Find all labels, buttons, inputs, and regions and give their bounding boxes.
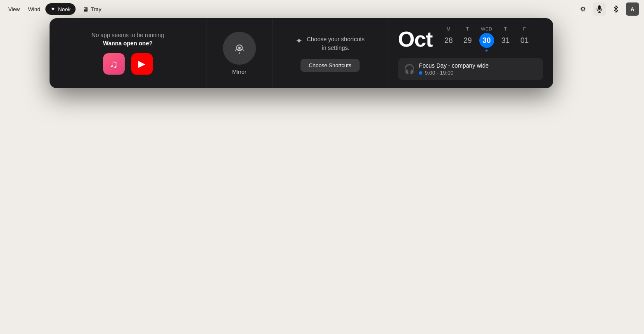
event-time: 9:00 - 19:00 — [425, 70, 453, 76]
shortcuts-text: Choose your shortcuts in settings. — [307, 35, 365, 52]
headphones-icon: 🎧 — [404, 64, 415, 75]
calendar-days: M 28 T 29 WED 30 T 31 — [441, 26, 533, 52]
tray-label: Tray — [91, 6, 102, 12]
cal-day-name-thu: T — [504, 26, 507, 31]
cal-day-dot-wed — [485, 49, 488, 52]
cal-day-num-fri: 01 — [517, 33, 532, 48]
no-app-section: No app seems to be running Wanna open on… — [50, 18, 206, 88]
bluetooth-button[interactable] — [609, 2, 623, 16]
youtube-app-icon[interactable]: ▶ — [131, 53, 153, 75]
calendar-day-wed[interactable]: WED 30 — [479, 26, 495, 52]
dropdown-panel: No app seems to be running Wanna open on… — [50, 18, 553, 88]
cal-day-name-tue: T — [466, 26, 469, 31]
cal-day-name-mon: M — [447, 26, 451, 31]
choose-shortcuts-button[interactable]: Choose Shortcuts — [301, 59, 360, 72]
calendar-month: Oct — [398, 28, 433, 50]
calendar-day-mon[interactable]: M 28 — [441, 26, 457, 52]
cal-day-num-thu: 31 — [498, 33, 513, 48]
shortcuts-section: ✦ Choose your shortcuts in settings. Cho… — [272, 18, 388, 88]
sparkle-icon: ✦ — [296, 36, 303, 46]
cal-day-num-mon: 28 — [441, 33, 456, 48]
svg-rect-0 — [598, 5, 601, 10]
calendar-section: Oct M 28 T 29 WED 30 T — [388, 18, 553, 88]
no-app-line2: Wanna open one? — [92, 40, 164, 47]
menu-bar-right: ⚙ A — [576, 2, 639, 16]
calendar-day-thu[interactable]: T 31 — [498, 26, 514, 52]
svg-point-5 — [239, 52, 240, 54]
music-app-icon[interactable]: ♫ — [103, 53, 125, 75]
cal-day-name-wed: WED — [481, 26, 492, 31]
no-app-text: No app seems to be running Wanna open on… — [92, 32, 164, 47]
nook-star-icon: ✦ — [50, 5, 56, 13]
app-icons-row: ♫ ▶ — [103, 53, 153, 75]
music-note-icon: ♫ — [110, 58, 118, 71]
mirror-camera-icon — [232, 41, 247, 56]
cal-day-num-tue: 29 — [460, 33, 475, 48]
youtube-play-icon: ▶ — [138, 59, 145, 69]
microphone-button[interactable] — [593, 2, 606, 16]
cal-day-name-fri: F — [523, 26, 526, 31]
mic-icon — [596, 5, 603, 13]
calendar-day-fri[interactable]: F 01 — [517, 26, 533, 52]
tray-icon: 🖥 — [82, 6, 88, 13]
nook-label: Nook — [58, 6, 71, 12]
gear-icon: ⚙ — [580, 5, 586, 13]
mirror-section: Mirror — [206, 18, 272, 88]
shortcuts-main-text-line2: in settings. — [307, 44, 365, 52]
nook-button[interactable]: ✦ Nook — [45, 3, 76, 15]
event-name: Focus Day - company wide — [419, 62, 489, 69]
calendar-event[interactable]: 🎧 Focus Day - company wide 9:00 - 19:00 — [398, 58, 543, 80]
calendar-day-tue[interactable]: T 29 — [460, 26, 476, 52]
menu-view[interactable]: View — [5, 5, 23, 14]
mirror-circle — [223, 32, 256, 65]
mirror-button[interactable]: Mirror — [223, 32, 256, 75]
menu-wind[interactable]: Wind — [25, 5, 44, 14]
no-app-line1: No app seems to be running — [92, 32, 164, 38]
event-dot — [419, 71, 422, 75]
settings-button[interactable]: ⚙ — [576, 2, 590, 16]
bluetooth-icon — [613, 5, 619, 13]
menu-bar: View Wind ✦ Nook 🖥 Tray ⚙ A — [0, 0, 644, 18]
event-time-row: 9:00 - 19:00 — [419, 70, 489, 76]
cal-day-num-wed: 30 — [479, 33, 494, 48]
shortcuts-header: ✦ Choose your shortcuts in settings. — [296, 35, 365, 52]
shortcuts-main-text-line1: Choose your shortcuts — [307, 35, 365, 44]
tray-button[interactable]: 🖥 Tray — [77, 4, 107, 15]
user-avatar-button[interactable]: A — [626, 2, 639, 16]
avatar-label: A — [630, 6, 634, 12]
calendar-week-row: Oct M 28 T 29 WED 30 T — [398, 26, 543, 52]
svg-point-4 — [238, 47, 241, 49]
mirror-label: Mirror — [232, 69, 246, 75]
event-info: Focus Day - company wide 9:00 - 19:00 — [419, 62, 489, 76]
